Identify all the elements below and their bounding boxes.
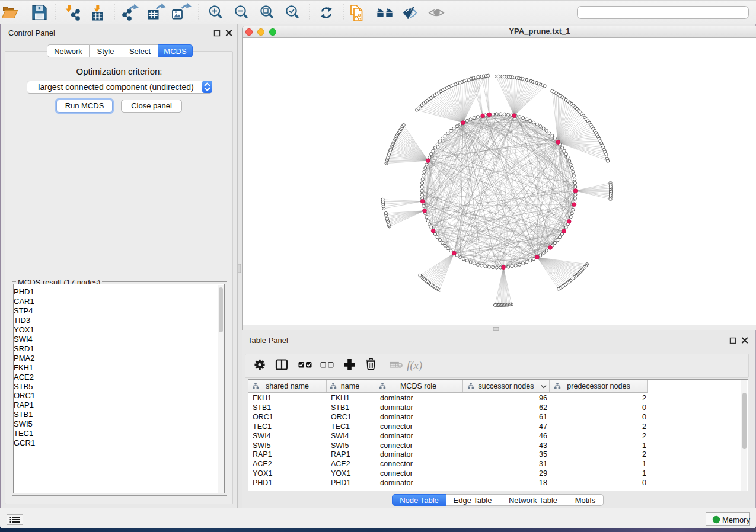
svg-text:f(x): f(x) [407,359,422,372]
